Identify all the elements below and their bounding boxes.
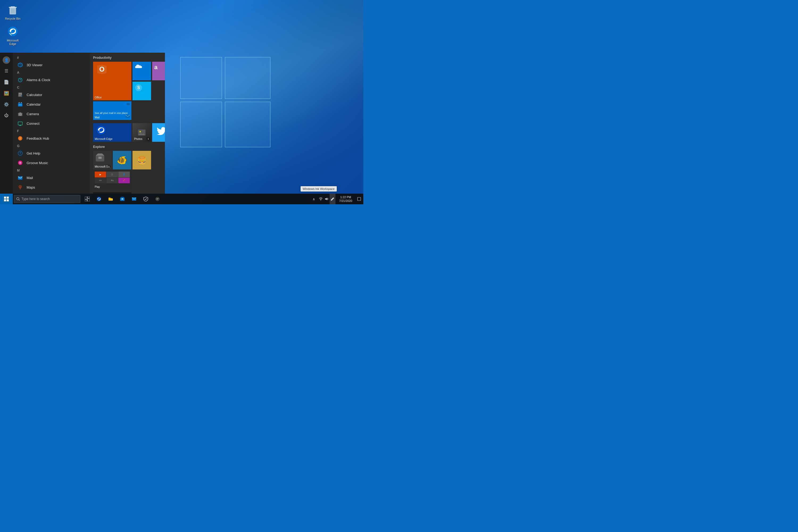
recycle-bin-icon[interactable]: Recycle Bin [2, 2, 23, 22]
play-cell-2: ◻ [107, 172, 118, 177]
microsoft-edge-desktop-icon[interactable]: Microsoft Edge [2, 24, 23, 47]
taskbar-mail-button[interactable] [128, 194, 140, 204]
taskbar-security-button[interactable] [140, 194, 152, 204]
play-cell-3: 👤 [118, 172, 130, 177]
svg-rect-21 [21, 94, 22, 95]
svg-line-68 [19, 200, 20, 201]
section-f: F [13, 128, 90, 134]
svg-rect-80 [132, 197, 136, 201]
photos-tile[interactable]: ℹ Photos [132, 123, 151, 142]
taskbar-system-tray: ∧ [311, 194, 363, 204]
skype-icon: S [135, 84, 142, 92]
documents-icon[interactable]: 📄 [1, 77, 12, 87]
taskbar-edge-button[interactable] [93, 194, 105, 204]
hamburger-menu-icon[interactable]: ☰ [1, 65, 12, 76]
svg-rect-24 [21, 95, 22, 96]
3dviewer-icon [17, 62, 23, 68]
mail-tile[interactable]: See all your mail in one place Mail [93, 101, 131, 120]
maps-icon [17, 184, 23, 190]
clock-time: 1:22 PM [340, 195, 351, 199]
skype-tile[interactable]: S [132, 82, 151, 100]
svg-rect-28 [21, 102, 22, 103]
svg-rect-76 [110, 198, 111, 199]
taskbar-clock[interactable]: 1:22 PM 7/21/2020 [337, 194, 355, 204]
power-icon[interactable]: ⏻ [1, 110, 12, 121]
action-center-button[interactable] [355, 194, 363, 204]
windows-ink-icon[interactable] [329, 194, 336, 204]
app-item-connect[interactable]: Connect [13, 119, 90, 128]
network-wifi-icon [319, 197, 323, 201]
groove-name: Groove Music [26, 161, 48, 165]
play-cell-4: ≡≡ [95, 178, 106, 184]
calendar-icon [17, 101, 23, 108]
volume-icon[interactable] [324, 194, 329, 204]
taskbar-file-explorer-icon [108, 196, 113, 201]
system-tray-expand[interactable]: ∧ [311, 194, 317, 204]
fish-tile[interactable]: 🐠 [113, 151, 131, 169]
app-item-calendar[interactable]: Calendar [13, 99, 90, 109]
app-item-gethelp[interactable]: ? Get Help [13, 148, 90, 158]
svg-line-16 [21, 78, 22, 79]
edge-tile-label: Microsoft Edge [95, 137, 113, 141]
store-tile[interactable]: ℹ Microsoft S... [93, 151, 112, 169]
twitter-tile[interactable] [152, 123, 165, 142]
svg-marker-85 [325, 198, 327, 200]
app-item-mail[interactable]: Mail [13, 173, 90, 183]
user-avatar[interactable]: 👤 [3, 56, 10, 64]
app-item-maps[interactable]: Maps [13, 183, 90, 192]
play-tile-label: Play [95, 185, 100, 189]
pen-icon [331, 197, 334, 201]
svg-rect-64 [7, 196, 9, 199]
taskbar: Type here to search [0, 194, 363, 204]
photos-icon [138, 130, 146, 135]
svg-rect-20 [20, 94, 21, 95]
svg-point-58 [139, 131, 141, 132]
svg-point-6 [8, 26, 18, 36]
app-item-groove[interactable]: Groove Music [13, 158, 90, 168]
productivity-tiles: O Office a [93, 62, 162, 120]
svg-rect-79 [121, 198, 123, 200]
play-tile[interactable]: ▶ ◻ 👤 ≡≡ Px 📌 Play [93, 171, 131, 189]
settings-icon[interactable]: ⚙️ [1, 99, 12, 110]
edge-tile[interactable]: Microsoft Edge [93, 123, 131, 142]
taskbar-edge-icon [97, 196, 101, 201]
gethelp-icon: ? [17, 150, 23, 156]
app-item-calculator[interactable]: Calculator [13, 90, 90, 99]
taskbar-search-box[interactable]: Type here to search [14, 195, 80, 203]
office-tile[interactable]: O Office [93, 62, 131, 100]
svg-marker-78 [120, 197, 125, 198]
onedrive-tile[interactable] [132, 62, 151, 80]
app-item-camera[interactable]: Camera [13, 109, 90, 119]
app-item-feedback[interactable]: ! Feedback Hub [13, 134, 90, 143]
svg-rect-70 [88, 196, 90, 198]
taskbar-mail-icon [132, 196, 136, 201]
play-cell-1: ▶ [95, 172, 106, 177]
windows-logo-decoration [180, 57, 270, 147]
feedback-icon: ! [17, 135, 23, 141]
pictures-icon[interactable]: 🖼️ [1, 88, 12, 98]
svg-point-84 [321, 200, 321, 201]
app-item-3dviewer[interactable]: 3D Viewer [13, 60, 90, 70]
taskbar-app6-button[interactable] [152, 194, 163, 204]
office-tile-icon: O [96, 64, 108, 75]
office-apps-tile[interactable]: a [152, 62, 165, 80]
calculator-name: Calculator [26, 93, 42, 97]
start-button[interactable] [0, 194, 13, 204]
task-view-button[interactable] [81, 194, 93, 204]
network-icon[interactable] [318, 194, 324, 204]
svg-rect-27 [19, 102, 19, 103]
3dviewer-name: 3D Viewer [26, 63, 42, 67]
taskbar-file-explorer-button[interactable] [105, 194, 116, 204]
start-icon-strip: 👤 ☰ 📄 🖼️ ⚙️ ⏻ [0, 53, 13, 194]
app-item-alarms[interactable]: Alarms & Clock [13, 75, 90, 84]
fish-icon: 🐠 [113, 151, 131, 169]
taskbar-store-button[interactable] [116, 194, 128, 204]
mail-name: Mail [26, 176, 33, 180]
start-left-wrapper: 👤 ☰ 📄 🖼️ ⚙️ ⏻ # [0, 53, 90, 194]
svg-rect-82 [156, 198, 158, 199]
app-list-scroll[interactable]: # 3D Viewer [13, 53, 90, 194]
burger-tile[interactable]: 🍔 [132, 151, 151, 169]
svg-marker-61 [96, 153, 104, 156]
recycle-bin-label: Recycle Bin [5, 17, 20, 20]
alarms-name: Alarms & Clock [26, 78, 50, 82]
